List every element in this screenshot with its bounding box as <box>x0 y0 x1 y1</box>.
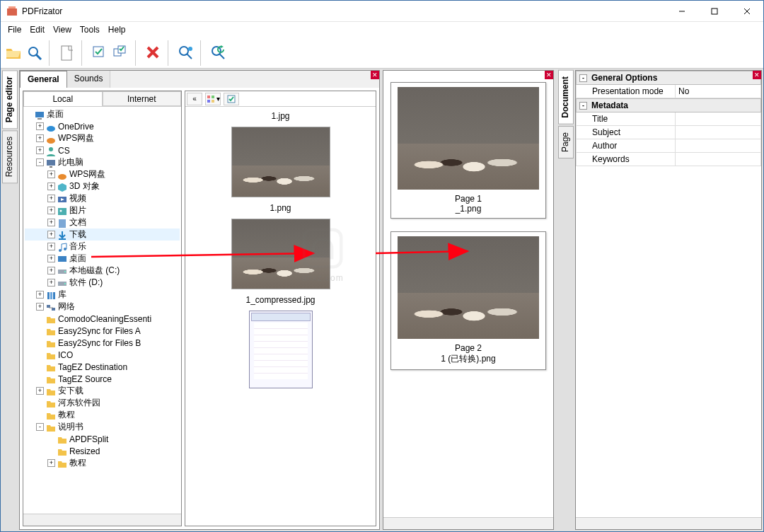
maximize-button[interactable] <box>698 1 731 22</box>
tree-item[interactable]: +文档 <box>25 216 180 229</box>
tree-item[interactable]: 桌面 <box>25 108 180 120</box>
tree-item[interactable]: +CS <box>25 144 180 156</box>
menu-edit[interactable]: Edit <box>25 23 49 36</box>
prop-section[interactable]: -General Options <box>576 71 761 85</box>
thumb-view-button[interactable]: ▾ <box>205 93 221 105</box>
tree-expander-icon[interactable]: + <box>36 134 44 142</box>
subtab-internet[interactable]: Internet <box>103 91 182 106</box>
tree-item[interactable]: +桌面 <box>25 253 180 265</box>
tree-item[interactable]: ComodoCleaningEssenti <box>25 313 180 325</box>
tree-item[interactable]: +教程 <box>25 457 180 469</box>
pagelist-hscroll[interactable] <box>383 517 553 529</box>
vtab-page[interactable]: Page <box>558 126 574 158</box>
tree-item[interactable]: -说明书 <box>25 421 180 433</box>
prop-row[interactable]: Presentation mode No <box>576 85 761 98</box>
prop-row[interactable]: Subject <box>576 126 761 139</box>
thumb-back-button[interactable]: « <box>187 93 202 105</box>
tree-item[interactable]: TagEZ Source <box>25 373 180 385</box>
tree-expander-icon[interactable]: + <box>47 267 55 274</box>
tree-expander-icon[interactable]: + <box>47 243 55 250</box>
subtab-local[interactable]: Local <box>23 91 103 106</box>
thumb-check-button[interactable] <box>224 93 239 105</box>
thumb-item[interactable]: 1.png <box>188 202 373 289</box>
zoom-page-button[interactable] <box>176 40 196 66</box>
check-pages-button[interactable] <box>90 40 110 66</box>
tree-item[interactable]: Resized <box>25 445 180 457</box>
tree-item[interactable]: +3D 对象 <box>25 180 180 192</box>
prop-value[interactable]: No <box>676 85 760 98</box>
tree-expander-icon[interactable]: - <box>36 423 44 431</box>
close-button[interactable] <box>731 1 763 22</box>
delete-button[interactable] <box>144 40 163 66</box>
tab-general[interactable]: General <box>20 71 67 88</box>
tree-expander-icon[interactable]: - <box>36 158 44 166</box>
panel-close-icon[interactable]: ✕ <box>371 71 379 79</box>
page-card[interactable]: Page 1 _1.png <box>390 82 546 219</box>
tree-expander-icon[interactable]: + <box>47 459 55 467</box>
tree-expander-icon[interactable]: + <box>47 170 55 178</box>
menu-view[interactable]: View <box>49 23 76 36</box>
page-card[interactable]: Page 2 1 (已转换).png <box>390 231 546 370</box>
tree-item[interactable]: 河东软件园 <box>25 397 180 409</box>
tree-item[interactable]: TagEZ Destination <box>25 361 180 373</box>
tree-expander-icon[interactable]: + <box>36 303 44 311</box>
tree-expander-icon[interactable]: + <box>47 207 55 214</box>
prop-value[interactable] <box>676 112 760 125</box>
prop-row[interactable]: Keywords <box>576 153 761 166</box>
tree-item[interactable]: +WPS网盘 <box>25 168 180 180</box>
tree-item[interactable]: Easy2Sync for Files A <box>25 325 180 337</box>
tree-item[interactable]: +网络 <box>25 301 180 313</box>
zoom-refresh-button[interactable] <box>209 40 228 66</box>
tree-item[interactable]: +OneDrive <box>25 120 180 132</box>
prop-row[interactable]: Author <box>576 139 761 153</box>
tree-expander-icon[interactable]: + <box>47 183 55 190</box>
tree-item[interactable]: Easy2Sync for Files B <box>25 337 180 349</box>
thumb-item[interactable]: 1_compressed.jpg <box>188 294 373 388</box>
tree-expander-icon[interactable]: + <box>36 146 44 154</box>
vtab-page-editor[interactable]: Page editor <box>2 70 18 129</box>
tree-expander-icon[interactable]: + <box>36 122 44 130</box>
tree-expander-icon[interactable]: + <box>47 279 55 287</box>
open-folder-button[interactable] <box>4 40 23 66</box>
tree-item[interactable]: +库 <box>25 289 180 301</box>
folder-tree[interactable]: 桌面+OneDrive+WPS网盘+CS-此电脑+WPS网盘+3D 对象+视频+… <box>23 107 181 514</box>
tree-item[interactable]: +视频 <box>25 192 180 204</box>
prop-value[interactable] <box>676 126 760 139</box>
search-button[interactable] <box>25 40 45 66</box>
tree-item[interactable]: -此电脑 <box>25 156 180 168</box>
tree-item[interactable]: APDFSplit <box>25 433 180 445</box>
tree-item[interactable]: +WPS网盘 <box>25 132 180 144</box>
panel-close-icon[interactable]: ✕ <box>545 71 553 79</box>
tab-sounds[interactable]: Sounds <box>67 71 111 88</box>
tree-expander-icon[interactable]: + <box>47 219 55 226</box>
prop-value[interactable] <box>676 153 760 166</box>
vtab-document[interactable]: Document <box>558 70 574 125</box>
tree-expander-icon[interactable]: + <box>47 195 55 202</box>
thumb-item[interactable]: 1.jpg <box>188 110 373 197</box>
props-hscroll[interactable] <box>576 517 761 529</box>
tree-item[interactable]: +音乐 <box>25 241 180 253</box>
prop-row[interactable]: Title <box>576 112 761 126</box>
tree-expander-icon[interactable]: + <box>47 231 55 238</box>
panel-close-icon[interactable]: ✕ <box>753 71 761 79</box>
menu-tools[interactable]: Tools <box>76 23 104 36</box>
minimize-button[interactable] <box>666 1 698 22</box>
tree-expander-icon[interactable]: + <box>36 387 44 395</box>
menu-file[interactable]: File <box>4 23 25 36</box>
tree-hscroll[interactable] <box>23 514 181 526</box>
menu-help[interactable]: Help <box>104 23 130 36</box>
tree-item[interactable]: ICO <box>25 349 180 361</box>
tree-expander-icon[interactable]: + <box>36 291 44 299</box>
tree-item[interactable]: 教程 <box>25 409 180 421</box>
vtab-resources[interactable]: Resources <box>2 130 18 183</box>
tree-item[interactable]: +软件 (D:) <box>25 277 180 289</box>
tree-expander-icon[interactable]: + <box>47 255 55 262</box>
prop-section[interactable]: -Metadata <box>576 98 761 112</box>
tree-item[interactable]: +安下载 <box>25 385 180 397</box>
new-page-button[interactable] <box>57 40 77 66</box>
check-multi-button[interactable] <box>111 40 131 66</box>
tree-item[interactable]: +图片 <box>25 204 180 216</box>
tree-item[interactable]: +下载 <box>25 229 180 241</box>
tree-item[interactable]: +本地磁盘 (C:) <box>25 265 180 277</box>
prop-value[interactable] <box>676 139 760 152</box>
